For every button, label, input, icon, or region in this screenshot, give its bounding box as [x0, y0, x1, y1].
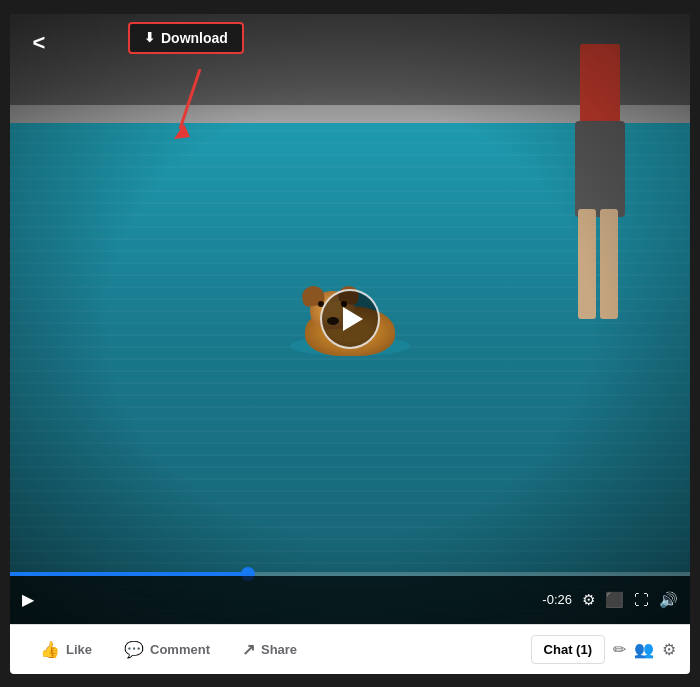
time-display: -0:26: [542, 592, 572, 607]
back-button[interactable]: <: [24, 28, 54, 58]
video-area[interactable]: < ⬇ Download ▶ -0:26 ⚙: [10, 14, 690, 624]
play-icon: ▶: [22, 590, 34, 609]
settings-icon[interactable]: ⚙: [582, 591, 595, 609]
social-bar: 👍 Like 💬 Comment ↗ Share Chat (1) ✏ 👥 ⚙: [10, 624, 690, 674]
chat-settings-icon[interactable]: ⚙: [662, 640, 676, 659]
participants-icon[interactable]: 👥: [634, 640, 654, 659]
like-label: Like: [66, 642, 92, 657]
play-icon: [343, 307, 363, 331]
download-icon: ⬇: [144, 30, 155, 45]
chat-actions: ✏ 👥 ⚙: [613, 640, 676, 659]
download-label: Download: [161, 30, 228, 46]
share-icon: ↗: [242, 640, 255, 659]
play-pause-button[interactable]: ▶: [22, 590, 34, 609]
theater-mode-icon[interactable]: ⬛: [605, 591, 624, 609]
controls-bar: ▶ -0:26 ⚙ ⬛ ⛶ 🔊: [10, 576, 690, 624]
arrow-svg: [170, 69, 210, 149]
social-actions: 👍 Like 💬 Comment ↗ Share: [24, 632, 531, 667]
svg-line-0: [180, 69, 200, 129]
volume-icon[interactable]: 🔊: [659, 591, 678, 609]
chat-label: Chat (1): [544, 642, 592, 657]
right-controls: ⚙ ⬛ ⛶ 🔊: [582, 591, 678, 609]
chat-button[interactable]: Chat (1): [531, 635, 605, 664]
fullscreen-icon[interactable]: ⛶: [634, 591, 649, 608]
share-button[interactable]: ↗ Share: [226, 632, 313, 667]
comment-icon: 💬: [124, 640, 144, 659]
person-legs: [570, 44, 630, 319]
play-button[interactable]: [320, 289, 380, 349]
back-icon: <: [33, 30, 46, 56]
like-button[interactable]: 👍 Like: [24, 632, 108, 667]
comment-label: Comment: [150, 642, 210, 657]
download-button[interactable]: ⬇ Download: [128, 22, 244, 54]
edit-chat-icon[interactable]: ✏: [613, 640, 626, 659]
like-icon: 👍: [40, 640, 60, 659]
video-container: < ⬇ Download ▶ -0:26 ⚙: [10, 14, 690, 674]
share-label: Share: [261, 642, 297, 657]
comment-button[interactable]: 💬 Comment: [108, 632, 226, 667]
